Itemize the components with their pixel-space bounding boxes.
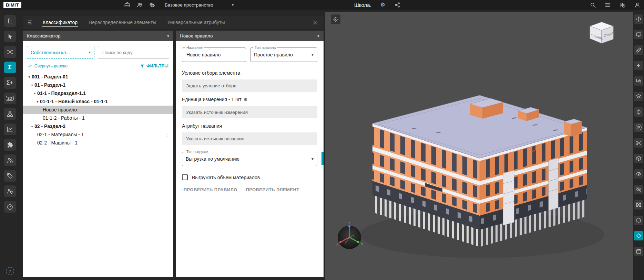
- caret-icon[interactable]: ▾: [32, 91, 37, 95]
- filters-link[interactable]: ФИЛЬТРЫ: [140, 64, 168, 68]
- workspace-label: Базовое пространство: [165, 2, 213, 8]
- users-rail-icon[interactable]: [4, 154, 16, 166]
- relations-icon[interactable]: [4, 46, 16, 58]
- topbar-right-group: [590, 0, 641, 10]
- school-building-model: [325, 12, 633, 280]
- focus-target-icon[interactable]: [634, 107, 643, 117]
- estimate-sigma-icon[interactable]: Σ: [4, 62, 16, 73]
- panel-body: Классификатор ▾ Собственный кл... ▾ С: [23, 31, 324, 277]
- tree-node-01-1-2[interactable]: 01-1-2 - Работы - 1: [23, 114, 173, 122]
- tab-unassigned-elements[interactable]: Нераспределённые элементы: [83, 16, 162, 29]
- 3d-viewport[interactable]: Справа Сзади z x Y: [325, 12, 633, 280]
- rule-editor-panel: Новое правило ▾ Название Тип правила Про…: [176, 31, 324, 277]
- section-box-icon[interactable]: [634, 76, 643, 86]
- caret-icon[interactable]: ▾: [27, 75, 32, 79]
- team-location-icon[interactable]: [4, 185, 16, 197]
- materials-volume-checkbox[interactable]: [182, 174, 188, 180]
- project-group: Школа. ⚙: [354, 0, 401, 10]
- view-cube[interactable]: Справа Сзади: [586, 19, 617, 45]
- gizmo-y-label: Y: [361, 242, 364, 246]
- check-element-button[interactable]: ·ПРОВЕРИТЬ ЭЛЕМЕНТ: [244, 187, 299, 192]
- section-plane-icon[interactable]: [634, 154, 643, 163]
- tree-panel-header[interactable]: Классификатор ▾: [23, 31, 173, 41]
- rule-name-input[interactable]: [186, 52, 242, 58]
- plane-p-icon[interactable]: P: [634, 123, 643, 132]
- unit-settings-icon[interactable]: ⚙: [244, 97, 248, 102]
- name-source-field[interactable]: Указать источник названия: [182, 132, 317, 145]
- panel-tab-bar: Классификатор Нераспределённые элементы …: [23, 16, 324, 29]
- tree-node-01[interactable]: ▾01 - Раздел-1: [23, 81, 173, 89]
- tree-node-02-2[interactable]: 02-2 - Машины - 1: [23, 139, 173, 147]
- unit-source-field[interactable]: Указать источник измерения: [182, 106, 317, 118]
- caret-icon[interactable]: ▾: [30, 125, 34, 128]
- users-icon[interactable]: [136, 2, 143, 8]
- tree-node-01-1[interactable]: ▾01-1 - Подраздел-1.1: [23, 89, 173, 97]
- workspace-select[interactable]: Базовое пространство ▾: [165, 2, 234, 8]
- selection-diamond-icon[interactable]: [634, 231, 643, 240]
- caret-icon[interactable]: ▾: [30, 83, 34, 87]
- condition-field[interactable]: Задать условие отбора: [182, 79, 317, 92]
- caret-icon[interactable]: ▾: [35, 100, 40, 104]
- row-menu-icon[interactable]: ⋮: [165, 132, 170, 137]
- tab-universal-attributes[interactable]: Универсальные атрибуты: [162, 16, 230, 29]
- section-cut-icon[interactable]: [634, 138, 643, 148]
- session-check-icon[interactable]: [149, 2, 155, 8]
- menu-icon[interactable]: [604, 2, 611, 8]
- model-tree-icon[interactable]: [4, 15, 16, 27]
- right-toolbar: P: [633, 10, 644, 280]
- rule-type-select[interactable]: Тип правила Простое правило ▾: [250, 47, 317, 62]
- close-panel-icon[interactable]: [312, 20, 318, 25]
- settings-gear-icon[interactable]: ⚙: [380, 2, 385, 8]
- tab-classifier[interactable]: Классификатор: [37, 16, 83, 29]
- chevron-down-icon: ▾: [311, 157, 314, 161]
- visibility-icon[interactable]: [634, 169, 643, 179]
- user-history-icon[interactable]: [619, 2, 626, 8]
- tree-node-02-1[interactable]: 02-1 - Материалы - 1⋮: [23, 130, 173, 139]
- structure-icon[interactable]: [4, 108, 16, 120]
- workspace-group: Базовое пространство ▾: [124, 0, 234, 10]
- chevron-down-icon: ▾: [317, 34, 319, 39]
- chevron-down-icon: ▾: [311, 52, 314, 57]
- tags-icon[interactable]: [4, 170, 16, 182]
- navigation-gizmo[interactable]: z x Y: [333, 221, 366, 254]
- tree-links: Свернуть дерево ФИЛЬТРЫ: [23, 61, 173, 71]
- box-isolate-icon[interactable]: [634, 216, 643, 225]
- chevron-down-icon: ▾: [167, 34, 169, 39]
- export-type-select[interactable]: Тип выгрузки Выгрузка по умолчанию ▾: [182, 152, 317, 166]
- pan-icon[interactable]: [634, 14, 643, 24]
- focus-model-button[interactable]: [331, 14, 340, 24]
- layers-icon[interactable]: [634, 92, 643, 101]
- tree-node-001[interactable]: ▾001 - Раздел-01: [23, 73, 173, 81]
- estimate-sigma-add-icon[interactable]: Σ+: [4, 77, 16, 89]
- panel-menu-icon[interactable]: [27, 19, 33, 25]
- help-button[interactable]: ?: [6, 267, 14, 275]
- calendar-icon[interactable]: [634, 247, 643, 256]
- select-cursor-icon[interactable]: [4, 31, 16, 42]
- code-search-field[interactable]: [98, 46, 169, 59]
- drawings-2d-icon[interactable]: 2D: [4, 93, 16, 104]
- share-icon[interactable]: [394, 2, 401, 8]
- tree-node-02[interactable]: ▾02 - Раздел-2: [23, 122, 173, 130]
- briefcase-icon[interactable]: [124, 2, 131, 8]
- search-icon[interactable]: [590, 2, 596, 8]
- check-rule-button[interactable]: ·ПРОВЕРИТЬ ПРАВИЛО: [182, 187, 237, 192]
- code-search-input[interactable]: [102, 50, 165, 55]
- dashboard-icon[interactable]: [4, 201, 16, 213]
- rule-panel-header[interactable]: Новое правило ▾: [176, 31, 324, 41]
- account-icon[interactable]: [634, 2, 641, 8]
- classifier-type-select[interactable]: Собственный кл... ▾: [27, 46, 94, 59]
- rule-form: Название Тип правила Простое правило ▾ У…: [176, 41, 324, 192]
- materials-volume-row: Выгружать объем материалов: [182, 174, 317, 180]
- plugins-icon[interactable]: [4, 139, 16, 151]
- lightning-icon[interactable]: [634, 61, 643, 70]
- tree-node-01-1-1[interactable]: ▾01-1-1 - Новый класс - 01-1-1: [23, 97, 173, 106]
- tree-node-new-rule[interactable]: Новое правило: [23, 106, 173, 114]
- charts-icon[interactable]: [4, 123, 16, 135]
- collapse-tree-link[interactable]: Свернуть дерево: [28, 64, 68, 68]
- panel-scrollbar-thumb[interactable]: [321, 152, 324, 165]
- transparency-icon[interactable]: [634, 200, 643, 209]
- hide-icon[interactable]: [634, 185, 643, 194]
- screen-icon[interactable]: [634, 30, 643, 39]
- ruler-icon[interactable]: [634, 45, 643, 55]
- rule-name-field[interactable]: Название: [182, 47, 246, 62]
